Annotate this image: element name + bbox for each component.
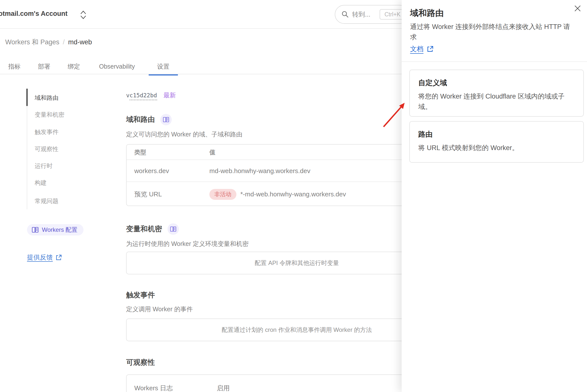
book-icon xyxy=(163,117,170,122)
breadcrumb-separator: / xyxy=(63,38,65,46)
sidebar-item-general-issues[interactable]: 常规问题 xyxy=(35,196,59,206)
tab-bindings[interactable]: 绑定 xyxy=(63,58,85,74)
triggers-config-text: 配置通过计划的 cron 作业和消息事件调用 Worker 的方法 xyxy=(222,326,372,334)
domains-section-title: 域和路由 xyxy=(126,115,155,124)
sidebar-active-indicator xyxy=(26,89,28,106)
section-domains-routes: 域和路由 定义可访问您的 Worker 的域、子域和路由 xyxy=(126,114,242,138)
routes-description: 将 URL 模式映射到您的 Worker。 xyxy=(418,143,575,153)
row-value: 非活动 *-md-web.honwhy-wang.workers.dev xyxy=(209,182,346,206)
close-icon[interactable] xyxy=(572,3,583,14)
routes-card[interactable]: 路由 将 URL 模式映射到您的 Worker。 xyxy=(409,121,584,163)
variables-section-title: 变量和机密 xyxy=(126,224,162,234)
col-type: 类型 xyxy=(134,144,146,160)
breadcrumb: Workers 和 Pages/md-web xyxy=(5,38,92,46)
docs-chip-button[interactable] xyxy=(168,223,179,235)
triggers-section-title: 触发事件 xyxy=(126,290,155,300)
section-variables-secrets: 变量和机密 为运行时使用的 Worker 定义环境变量和机密 xyxy=(126,223,249,248)
book-icon xyxy=(32,226,39,233)
docs-chip-button[interactable] xyxy=(160,114,172,125)
sidebar-item-build[interactable]: 构建 xyxy=(35,178,47,187)
feedback-link[interactable]: 提供反馈 xyxy=(27,253,62,262)
triggers-section-description: 定义调用 Worker 的事件 xyxy=(126,305,193,313)
sidebar-item-runtime[interactable]: 运行时 xyxy=(35,162,53,170)
account-switcher-icon[interactable] xyxy=(79,10,88,20)
tabbar-divider xyxy=(0,74,402,74)
book-icon xyxy=(170,226,177,232)
observability-section-title: 可观察性 xyxy=(126,358,155,368)
row-value: md-web.honwhy-wang.workers.dev xyxy=(209,160,310,182)
status-badge-inactive: 非活动 xyxy=(209,189,236,200)
domains-routes-panel: 域和路由 通过将 Worker 连接到外部终结点来接收入站 HTTP 请求 文档… xyxy=(402,0,587,392)
variables-config-text: 配置 API 令牌和其他运行时变量 xyxy=(255,259,339,267)
panel-description: 通过将 Worker 连接到外部终结点来接收入站 HTTP 请求 xyxy=(410,22,574,42)
search-icon xyxy=(341,10,349,18)
breadcrumb-parent[interactable]: Workers 和 Pages xyxy=(5,38,60,46)
section-observability: 可观察性 xyxy=(126,358,155,368)
row-type: workers.dev xyxy=(134,160,169,182)
custom-domain-card[interactable]: 自定义域 将您的 Worker 连接到 Cloudflare 区域内的域或子域。 xyxy=(409,70,584,117)
panel-divider xyxy=(402,62,587,62)
workers-settings-page: otmail.com's Account 转到... Ctrl+K Worker… xyxy=(0,0,587,392)
workers-config-badge[interactable]: Workers 配置 xyxy=(27,224,84,236)
sidebar-item-observability[interactable]: 可观察性 xyxy=(35,144,59,154)
version-hash[interactable]: vc15d22bd xyxy=(126,92,157,98)
version-latest-label: 最新 xyxy=(164,91,176,99)
col-value: 值 xyxy=(209,144,215,160)
version-row: vc15d22bd 最新 xyxy=(126,91,176,99)
workers-config-label: Workers 配置 xyxy=(42,226,78,234)
workers-logs-value: 启用 xyxy=(217,384,230,392)
sidebar-rail xyxy=(27,89,27,209)
breadcrumb-current: md-web xyxy=(68,38,92,46)
domains-section-description: 定义可访问您的 Worker 的域、子域和路由 xyxy=(126,130,242,138)
tab-settings[interactable]: 设置 xyxy=(149,58,178,76)
custom-domain-title: 自定义域 xyxy=(418,78,575,88)
custom-domain-description: 将您的 Worker 连接到 Cloudflare 区域内的域或子域。 xyxy=(418,92,575,112)
routes-title: 路由 xyxy=(418,130,575,140)
panel-title: 域和路由 xyxy=(410,8,444,19)
variables-section-description: 为运行时使用的 Worker 定义环境变量和机密 xyxy=(126,240,249,248)
sidebar-item-variables-secrets[interactable]: 变量和机密 xyxy=(35,110,65,119)
global-search[interactable]: 转到... Ctrl+K xyxy=(335,5,409,24)
sidebar-item-domains-routes[interactable]: 域和路由 xyxy=(35,93,59,102)
workers-logs-label[interactable]: Workers 日志 xyxy=(134,384,173,392)
doc-link-label: 文档 xyxy=(410,44,423,54)
tab-observability[interactable]: Observability xyxy=(92,58,142,74)
sidebar-item-triggers[interactable]: 触发事件 xyxy=(35,128,59,136)
external-link-icon xyxy=(55,254,62,261)
tab-metrics[interactable]: 指标 xyxy=(3,58,26,74)
row-type: 预览 URL xyxy=(134,182,162,206)
header-divider xyxy=(0,28,402,29)
external-link-icon xyxy=(426,45,434,53)
feedback-label: 提供反馈 xyxy=(27,253,53,262)
account-name[interactable]: otmail.com's Account xyxy=(0,10,67,18)
section-triggers: 触发事件 定义调用 Worker 的事件 xyxy=(126,290,193,313)
tab-deployments[interactable]: 部署 xyxy=(33,58,55,74)
search-placeholder: 转到... xyxy=(352,10,370,19)
panel-doc-link[interactable]: 文档 xyxy=(410,44,434,54)
